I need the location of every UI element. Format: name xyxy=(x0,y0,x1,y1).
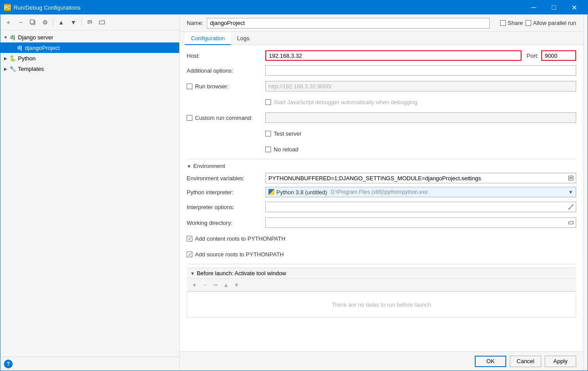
working-directory-browse-button[interactable] xyxy=(566,218,576,228)
toolbar-separator xyxy=(53,18,53,26)
right-scrollbar[interactable] xyxy=(583,14,588,371)
working-directory-wrap xyxy=(265,217,576,228)
tree-item-django-server[interactable]: ▼ dj Django server xyxy=(0,32,179,42)
env-section-title: Environment xyxy=(193,163,225,169)
tab-logs[interactable]: Logs xyxy=(231,32,255,45)
tree-toggle-django-project xyxy=(9,44,16,51)
name-input[interactable] xyxy=(207,18,490,28)
config-area: Host: Port: Additional options: Run brow… xyxy=(180,45,583,351)
allow-parallel-checkbox[interactable] xyxy=(525,20,531,26)
additional-options-input[interactable] xyxy=(265,65,576,76)
env-browse-button[interactable] xyxy=(566,173,576,183)
window-controls: ─ □ ✕ xyxy=(524,0,584,14)
close-button[interactable]: ✕ xyxy=(564,0,584,14)
templates-icon: 🔧 xyxy=(9,65,16,72)
test-server-label: Test server xyxy=(274,130,302,137)
env-variables-input[interactable] xyxy=(266,173,566,183)
additional-options-row: Additional options: xyxy=(187,64,576,77)
test-server-checkbox[interactable] xyxy=(265,131,271,136)
move-up-button[interactable]: ▲ xyxy=(56,17,66,28)
before-launch-divider xyxy=(187,264,576,264)
maximize-button[interactable]: □ xyxy=(544,0,564,14)
custom-run-command-row: Custom run command: xyxy=(187,112,576,124)
host-label: Host: xyxy=(187,52,265,59)
working-directory-row: Working directory: xyxy=(187,217,576,229)
before-launch-title: Before launch: Activate tool window xyxy=(197,270,286,276)
before-launch-empty-text: There are no tasks to run before launch xyxy=(332,301,431,308)
port-input[interactable] xyxy=(541,50,576,61)
tree-toggle-django-server: ▼ xyxy=(2,34,9,41)
custom-run-input[interactable] xyxy=(265,112,576,123)
before-launch-edit-button[interactable]: ✏ xyxy=(211,280,220,289)
minimize-button[interactable]: ─ xyxy=(524,0,544,14)
interpreter-options-label: Interpreter options: xyxy=(187,204,265,210)
host-input[interactable] xyxy=(265,50,522,61)
bottom-bar: OK Cancel Apply xyxy=(180,351,583,371)
python-interpreter-value: Python 3.8 (untitled) xyxy=(276,189,327,196)
add-content-roots-checkbox[interactable] xyxy=(187,236,192,242)
env-section-toggle[interactable]: ▼ xyxy=(187,164,191,169)
content-area: + − ⚙ ▲ ▼ xyxy=(0,14,588,371)
django-server-icon: dj xyxy=(9,34,16,41)
before-launch-down-button[interactable]: ▼ xyxy=(232,280,241,289)
before-launch-add-button[interactable]: + xyxy=(190,280,199,289)
add-source-roots-label: Add source roots to PYTHONPATH xyxy=(195,251,284,258)
before-launch-remove-button[interactable]: − xyxy=(201,280,209,289)
share-checkbox-label[interactable]: Share xyxy=(500,20,523,26)
ok-button[interactable]: OK xyxy=(475,356,506,367)
env-input-wrap xyxy=(265,173,576,183)
share-checkbox[interactable] xyxy=(500,20,506,26)
custom-run-checkbox[interactable] xyxy=(187,115,192,121)
host-port-row: Host: Port: xyxy=(187,50,576,61)
move-down-button[interactable]: ▼ xyxy=(68,17,79,28)
title-bar: PC Run/Debug Configurations ─ □ ✕ xyxy=(0,0,588,14)
no-reload-checkbox[interactable] xyxy=(265,147,271,152)
additional-options-label: Additional options: xyxy=(187,67,265,74)
svg-line-10 xyxy=(571,205,573,207)
python-interpreter-select[interactable]: Python 3.8 (untitled) D:\Program Files (… xyxy=(265,187,576,197)
add-source-roots-checkbox[interactable] xyxy=(187,252,192,257)
svg-line-9 xyxy=(569,207,571,209)
apply-button[interactable]: Apply xyxy=(545,356,576,367)
tree-toggle-python: ▶ xyxy=(2,55,9,62)
port-label: Port: xyxy=(527,52,539,59)
tab-configuration[interactable]: Configuration xyxy=(185,32,231,45)
js-debugger-row: Start JavaScript debugger automatically … xyxy=(187,96,576,108)
tree-item-django-project[interactable]: dj djangoProject xyxy=(0,42,179,53)
interpreter-options-row: Interpreter options: xyxy=(187,201,576,213)
copy-config-button[interactable] xyxy=(28,17,38,28)
main-panel: Name: Share Allow parallel run Configu xyxy=(180,14,583,371)
cancel-button[interactable]: Cancel xyxy=(510,356,541,367)
tree-label-python: Python xyxy=(18,55,35,62)
help-button[interactable]: ? xyxy=(4,360,13,368)
sidebar-bottom: ? xyxy=(0,357,179,371)
js-debugger-checkbox[interactable] xyxy=(265,99,271,105)
interpreter-chevron-icon: ▼ xyxy=(568,189,573,195)
run-browser-checkbox[interactable] xyxy=(187,84,192,89)
python-interpreter-label: Python interpreter: xyxy=(187,189,265,196)
sort-button[interactable] xyxy=(84,17,95,28)
name-label: Name: xyxy=(187,20,203,26)
before-launch-section: ▼ Before launch: Activate tool window + … xyxy=(187,268,576,318)
settings-button[interactable]: ⚙ xyxy=(40,17,50,28)
interpreter-options-input[interactable] xyxy=(266,202,566,212)
no-reload-label: No reload xyxy=(274,146,298,153)
allow-parallel-checkbox-label[interactable]: Allow parallel run xyxy=(525,20,576,26)
custom-run-label: Custom run command: xyxy=(195,115,253,121)
before-launch-toggle-icon[interactable]: ▼ xyxy=(190,271,195,276)
run-browser-url-input[interactable] xyxy=(265,81,576,91)
remove-config-button[interactable]: − xyxy=(15,17,26,28)
run-browser-checkbox-wrap: Run browser: xyxy=(187,83,265,90)
test-server-row: Test server xyxy=(187,127,576,140)
before-launch-up-button[interactable]: ▲ xyxy=(222,280,230,289)
before-launch-toolbar: + − ✏ ▲ ▼ xyxy=(187,279,576,291)
allow-parallel-label: Allow parallel run xyxy=(533,20,576,26)
add-config-button[interactable]: + xyxy=(3,17,14,28)
tabs-bar: Configuration Logs xyxy=(180,32,583,45)
folder-button[interactable] xyxy=(97,17,107,28)
working-directory-input[interactable] xyxy=(266,218,566,228)
tree-item-templates[interactable]: ▶ 🔧 Templates xyxy=(0,63,179,74)
tree-item-python[interactable]: ▶ 🐍 Python xyxy=(0,53,179,63)
tree-label-django-project: djangoProject xyxy=(25,45,60,51)
interpreter-options-expand-button[interactable] xyxy=(566,202,576,212)
